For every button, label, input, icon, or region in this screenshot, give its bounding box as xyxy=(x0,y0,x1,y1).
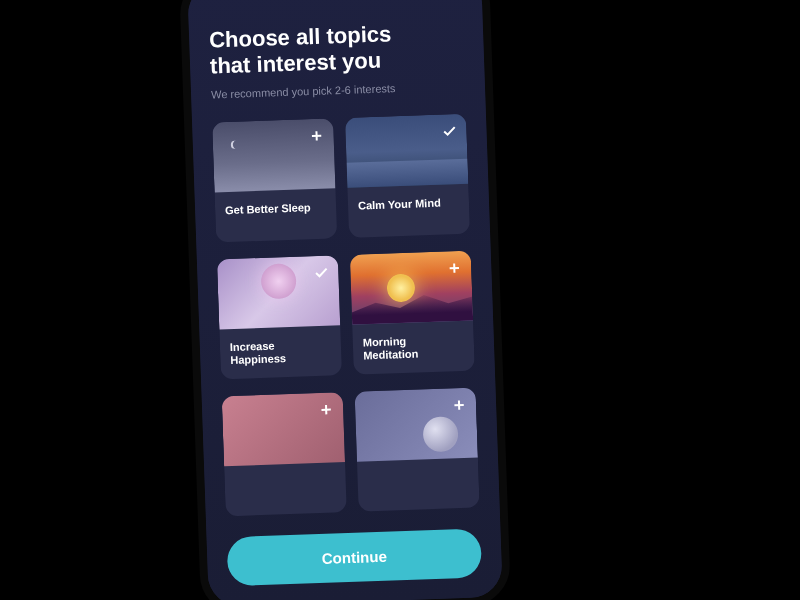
topic-image-morning xyxy=(350,250,473,324)
topic-card-happiness[interactable]: Increase Happiness xyxy=(217,255,342,379)
phone-frame: Choose all topics that interest you We r… xyxy=(179,0,511,600)
topic-label: Morning Meditation xyxy=(352,320,475,374)
topic-card-6[interactable] xyxy=(355,387,480,511)
check-icon xyxy=(312,263,331,282)
plus-icon xyxy=(450,396,469,415)
topic-label xyxy=(357,457,479,485)
continue-button[interactable]: Continue xyxy=(227,528,483,586)
topic-card-sleep[interactable]: Get Better Sleep xyxy=(212,118,337,242)
page-title: Choose all topics that interest you xyxy=(209,19,465,81)
check-icon xyxy=(440,122,459,141)
page-subtitle: We recommend you pick 2-6 interests xyxy=(211,79,465,100)
topic-card-morning[interactable]: Morning Meditation xyxy=(350,250,475,374)
topic-image-calm xyxy=(345,113,468,187)
phone-screen: Choose all topics that interest you We r… xyxy=(187,0,503,600)
topic-image-6 xyxy=(355,387,478,461)
topic-label: Calm Your Mind xyxy=(347,183,469,224)
plus-icon xyxy=(445,259,464,278)
topic-label xyxy=(224,462,346,490)
topic-label: Get Better Sleep xyxy=(215,188,337,229)
topic-image-sleep xyxy=(212,118,335,192)
topic-label: Increase Happiness xyxy=(219,325,342,379)
topic-card-5[interactable] xyxy=(222,392,347,516)
topic-image-5 xyxy=(222,392,345,466)
plus-icon xyxy=(317,400,336,419)
plus-icon xyxy=(307,126,326,145)
heading-line-2: that interest you xyxy=(210,48,382,79)
topic-card-calm[interactable]: Calm Your Mind xyxy=(345,113,470,237)
topics-grid: Get Better Sleep Calm Your Mind Increase… xyxy=(212,113,480,521)
topic-image-happiness xyxy=(217,255,340,329)
